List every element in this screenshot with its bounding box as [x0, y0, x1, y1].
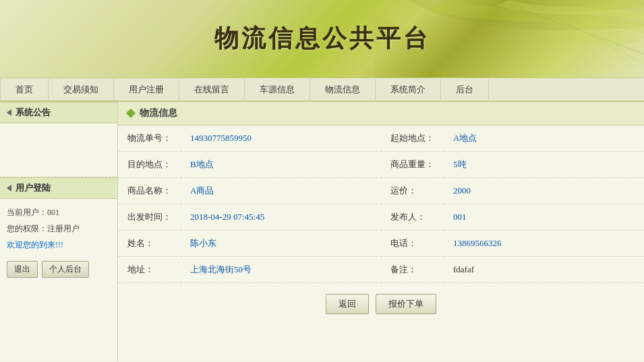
- table-row: 目的地点： B地点 商品重量： 5吨: [118, 152, 644, 178]
- field-value-depart: 2018-04-29 07:45:45: [181, 204, 381, 231]
- table-row: 地址： 上海北海街50号 备注： fdafaf: [118, 257, 644, 283]
- sidebar: 系统公告 用户登陆 当前用户：001 您的权限：注册用户 欢迎您的到来!!! 退…: [0, 102, 118, 361]
- field-value-weight: 5吨: [444, 152, 644, 178]
- field-label-order: 物流单号：: [118, 125, 181, 152]
- welcome-link[interactable]: 欢迎您的到来!!!: [7, 240, 63, 249]
- nav-register[interactable]: 用户注册: [114, 78, 179, 102]
- table-row: 出发时间： 2018-04-29 07:45:45 发布人： 001: [118, 204, 644, 231]
- content-section-header: 物流信息: [118, 102, 644, 125]
- logistics-info-table: 物流单号： 14930775859950 起始地点： A地点 目的地点： B地点…: [118, 125, 644, 283]
- notice-title: 系统公告: [16, 107, 51, 119]
- field-value-name: 陈小东: [181, 231, 381, 257]
- notice-arrow-icon: [7, 109, 11, 116]
- site-title: 物流信息公共平台: [214, 22, 430, 55]
- table-row: 商品名称： A商品 运价： 2000: [118, 178, 644, 204]
- current-user-row: 当前用户：001: [7, 204, 111, 220]
- logout-button[interactable]: 退出: [7, 261, 38, 278]
- welcome-row: 欢迎您的到来!!!: [7, 237, 111, 253]
- back-button[interactable]: 返回: [326, 294, 369, 314]
- content-area: 物流信息 物流单号： 14930775859950 起始地点： A地点 目的地点…: [118, 102, 644, 361]
- field-label-origin: 起始地点：: [381, 125, 444, 152]
- user-section-title: 用户登陆: [16, 182, 51, 194]
- field-value-origin: A地点: [444, 125, 644, 152]
- table-row: 物流单号： 14930775859950 起始地点： A地点: [118, 125, 644, 152]
- nav-home[interactable]: 首页: [0, 78, 49, 102]
- role-row: 您的权限：注册用户: [7, 220, 111, 237]
- field-label-price: 运价：: [381, 178, 444, 204]
- field-value-order: 14930775859950: [181, 125, 381, 152]
- nav-logistics[interactable]: 物流信息: [310, 78, 376, 102]
- user-info: 当前用户：001 您的权限：注册用户 欢迎您的到来!!!: [0, 199, 117, 258]
- role-value: 注册用户: [47, 224, 80, 233]
- nav-trade[interactable]: 交易须知: [49, 78, 114, 102]
- field-value-price: 2000: [444, 178, 644, 204]
- quote-button[interactable]: 报价下单: [376, 294, 436, 314]
- diamond-icon: [126, 109, 136, 118]
- field-label-address: 地址：: [118, 257, 181, 283]
- field-label-goods: 商品名称：: [118, 178, 181, 204]
- main-layout: 系统公告 用户登陆 当前用户：001 您的权限：注册用户 欢迎您的到来!!! 退…: [0, 102, 644, 361]
- header: 物流信息公共平台: [0, 0, 644, 78]
- navigation: 首页 交易须知 用户注册 在线留言 车源信息 物流信息 系统简介 后台: [0, 78, 644, 102]
- current-user-value: 001: [47, 208, 59, 217]
- notice-content: [0, 123, 117, 177]
- field-label-remark: 备注：: [381, 257, 444, 283]
- personal-admin-button[interactable]: 个人后台: [42, 261, 89, 278]
- field-label-depart: 出发时间：: [118, 204, 181, 231]
- nav-car[interactable]: 车源信息: [245, 78, 310, 102]
- user-arrow-icon: [7, 185, 11, 191]
- field-value-phone: 13869566326: [444, 231, 644, 257]
- field-value-goods: A商品: [181, 178, 381, 204]
- table-row: 姓名： 陈小东 电话： 13869566326: [118, 231, 644, 257]
- content-title: 物流信息: [140, 107, 177, 119]
- field-value-address: 上海北海街50号: [181, 257, 381, 283]
- field-label-weight: 商品重量：: [381, 152, 444, 178]
- role-label: 您的权限：: [7, 224, 47, 233]
- action-buttons: 返回 报价下单: [118, 283, 644, 325]
- field-value-remark: fdafaf: [444, 257, 644, 283]
- nav-message[interactable]: 在线留言: [179, 78, 245, 102]
- field-value-dest: B地点: [181, 152, 381, 178]
- field-value-publisher: 001: [444, 204, 644, 231]
- notice-section-header: 系统公告: [0, 102, 117, 123]
- current-user-label: 当前用户：: [7, 208, 47, 217]
- field-label-name: 姓名：: [118, 231, 181, 257]
- sidebar-action-buttons: 退出 个人后台: [0, 258, 117, 283]
- nav-admin[interactable]: 后台: [441, 78, 489, 102]
- field-label-publisher: 发布人：: [381, 204, 444, 231]
- field-label-dest: 目的地点：: [118, 152, 181, 178]
- user-section-header: 用户登陆: [0, 177, 117, 199]
- field-label-phone: 电话：: [381, 231, 444, 257]
- nav-about[interactable]: 系统简介: [376, 78, 441, 102]
